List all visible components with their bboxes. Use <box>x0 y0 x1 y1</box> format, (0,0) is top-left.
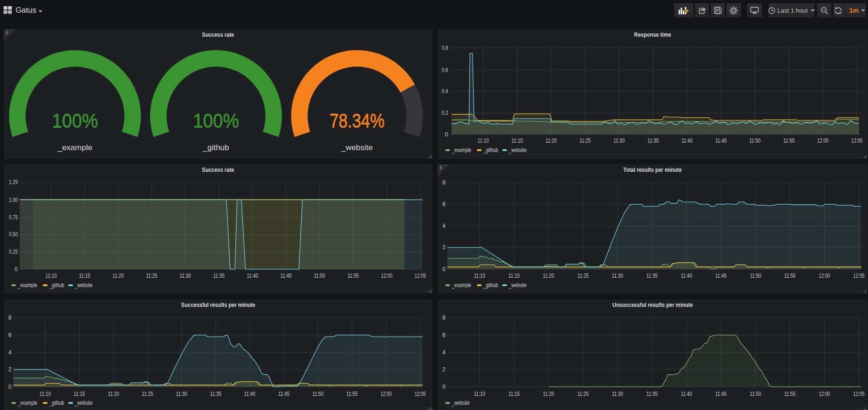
svg-text:11:35: 11:35 <box>210 391 221 397</box>
svg-text:4: 4 <box>442 349 446 356</box>
svg-text:1.00: 1.00 <box>9 197 18 203</box>
svg-text:12:00: 12:00 <box>819 391 830 397</box>
svg-text:78.34%: 78.34% <box>330 109 385 131</box>
svg-text:11:15: 11:15 <box>74 391 85 397</box>
svg-text:11:40: 11:40 <box>681 273 692 279</box>
svg-text:11:45: 11:45 <box>715 273 727 279</box>
svg-text:0.50: 0.50 <box>9 231 18 238</box>
svg-text:12:00: 12:00 <box>817 137 828 144</box>
svg-text:0.4: 0.4 <box>442 88 449 95</box>
svg-text:2: 2 <box>442 366 446 373</box>
svg-text:11:40: 11:40 <box>681 391 692 397</box>
svg-text:0: 0 <box>15 266 18 273</box>
svg-text:11:50: 11:50 <box>749 137 761 144</box>
svg-text:12:05: 12:05 <box>851 137 862 144</box>
svg-text:11:25: 11:25 <box>146 273 157 279</box>
svg-text:0.8: 0.8 <box>442 45 449 51</box>
svg-text:11:50: 11:50 <box>312 391 323 397</box>
svg-text:4: 4 <box>8 349 12 356</box>
svg-text:11:35: 11:35 <box>646 391 658 397</box>
svg-text:11:30: 11:30 <box>613 137 625 144</box>
svg-text:11:30: 11:30 <box>612 273 623 279</box>
svg-text:11:15: 11:15 <box>508 391 520 397</box>
svg-text:11:35: 11:35 <box>647 137 659 144</box>
svg-text:6: 6 <box>442 332 446 338</box>
svg-text:0.25: 0.25 <box>9 249 18 255</box>
svg-text:11:50: 11:50 <box>750 391 761 397</box>
svg-text:11:20: 11:20 <box>543 273 554 279</box>
svg-text:2: 2 <box>442 244 446 250</box>
svg-text:8: 8 <box>8 314 12 321</box>
svg-text:11:55: 11:55 <box>784 273 796 279</box>
svg-text:0.75: 0.75 <box>9 214 18 221</box>
svg-text:11:55: 11:55 <box>346 391 358 397</box>
svg-text:4: 4 <box>442 223 446 229</box>
svg-text:11:25: 11:25 <box>578 273 589 279</box>
svg-text:11:35: 11:35 <box>646 273 658 279</box>
svg-text:100%: 100% <box>52 109 98 132</box>
svg-text:0: 0 <box>445 131 448 138</box>
svg-text:11:30: 11:30 <box>176 391 187 397</box>
svg-text:12:05: 12:05 <box>853 273 865 279</box>
svg-text:12:05: 12:05 <box>415 273 426 279</box>
svg-text:6: 6 <box>8 332 12 338</box>
svg-text:_example: _example <box>57 143 92 152</box>
svg-text:11:25: 11:25 <box>578 391 589 397</box>
svg-text:0.6: 0.6 <box>442 67 449 73</box>
svg-text:2: 2 <box>8 366 12 373</box>
svg-text:0: 0 <box>442 384 446 390</box>
svg-text:11:45: 11:45 <box>715 391 727 397</box>
svg-text:1.25: 1.25 <box>9 179 18 185</box>
svg-text:12:05: 12:05 <box>853 391 865 397</box>
svg-text:11:50: 11:50 <box>314 273 325 279</box>
svg-text:11:30: 11:30 <box>180 273 191 279</box>
svg-text:0: 0 <box>442 266 446 273</box>
svg-text:11:15: 11:15 <box>512 137 523 144</box>
svg-text:11:40: 11:40 <box>244 391 256 397</box>
svg-text:11:10: 11:10 <box>474 273 485 279</box>
svg-text:12:00: 12:00 <box>819 273 830 279</box>
svg-text:11:20: 11:20 <box>113 273 124 279</box>
svg-text:100%: 100% <box>193 109 239 132</box>
svg-text:_github: _github <box>202 143 229 152</box>
svg-text:11:15: 11:15 <box>79 273 90 279</box>
svg-text:11:35: 11:35 <box>213 273 225 279</box>
svg-text:12:00: 12:00 <box>381 273 393 279</box>
svg-text:11:10: 11:10 <box>40 391 51 397</box>
svg-text:11:10: 11:10 <box>474 391 485 397</box>
svg-text:12:05: 12:05 <box>415 391 426 397</box>
svg-text:11:30: 11:30 <box>612 391 623 397</box>
svg-text:8: 8 <box>442 314 446 321</box>
svg-text:8: 8 <box>442 179 446 186</box>
svg-text:11:55: 11:55 <box>783 137 795 144</box>
svg-text:11:10: 11:10 <box>45 273 56 279</box>
svg-text:11:55: 11:55 <box>784 391 796 397</box>
svg-text:6: 6 <box>442 201 446 208</box>
svg-text:11:20: 11:20 <box>546 137 557 144</box>
svg-text:11:55: 11:55 <box>347 273 359 279</box>
svg-text:11:20: 11:20 <box>108 391 119 397</box>
svg-text:11:10: 11:10 <box>478 137 489 144</box>
svg-text:0: 0 <box>8 384 12 390</box>
svg-text:11:45: 11:45 <box>278 391 289 397</box>
svg-text:12:00: 12:00 <box>380 391 392 397</box>
svg-text:11:50: 11:50 <box>750 273 761 279</box>
svg-text:11:40: 11:40 <box>247 273 258 279</box>
svg-text:11:25: 11:25 <box>142 391 153 397</box>
svg-text:11:45: 11:45 <box>281 273 292 279</box>
svg-text:11:20: 11:20 <box>543 391 554 397</box>
svg-text:11:25: 11:25 <box>579 137 591 144</box>
svg-text:11:40: 11:40 <box>682 137 693 144</box>
svg-text:_website: _website <box>341 143 373 152</box>
svg-text:11:15: 11:15 <box>508 273 520 279</box>
svg-text:0.2: 0.2 <box>442 110 449 116</box>
svg-text:11:45: 11:45 <box>715 137 727 144</box>
